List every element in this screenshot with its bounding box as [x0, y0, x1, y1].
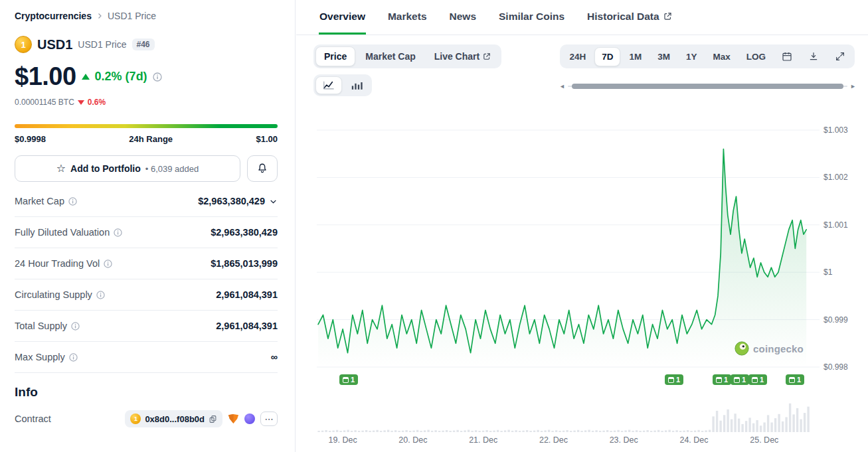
log-scale-button[interactable]: LOG: [739, 47, 773, 66]
svg-text:23. Dec: 23. Dec: [610, 435, 638, 445]
up-arrow-icon: [82, 74, 90, 80]
tab-historical-data[interactable]: Historical Data: [586, 0, 673, 35]
line-chart-type-button[interactable]: [315, 76, 342, 94]
stat-label: Fully Diluted Valuation: [15, 227, 110, 238]
breadcrumb: Cryptocurrencies USD1 Price: [15, 11, 278, 21]
stat-value: 2,961,084,391: [216, 321, 278, 331]
coin-page: Cryptocurrencies USD1 Price 1 USD1 USD1 …: [0, 0, 868, 452]
contract-address-pill[interactable]: 1 0x8d0...f08b0d: [125, 410, 222, 427]
more-options-button[interactable]: ⋯: [260, 412, 278, 426]
tab-news[interactable]: News: [449, 0, 477, 35]
bar-chart-icon: [351, 80, 363, 90]
coin-header: 1 USD1 USD1 Price #46: [15, 36, 278, 53]
rank-badge: #46: [132, 38, 155, 50]
svg-text:$1.002: $1.002: [824, 173, 848, 182]
event-badge[interactable]: 1: [731, 374, 749, 385]
info-icon[interactable]: [68, 197, 77, 206]
coingecko-watermark: coingecko: [735, 341, 804, 356]
down-arrow-icon: [78, 100, 84, 105]
range-1y-button[interactable]: 1Y: [679, 47, 705, 66]
portfolio-label: Add to Portfolio: [70, 163, 141, 174]
add-to-portfolio-button[interactable]: ☆ Add to Portfolio • 6,039 added: [15, 155, 240, 182]
range-max-button[interactable]: Max: [705, 47, 737, 66]
wallet-icon[interactable]: [244, 414, 255, 424]
scroll-left-arrow[interactable]: ◄: [559, 84, 565, 90]
chart-toolbar: Price Market Cap Live Chart 24H 7D 1M 3M…: [296, 44, 868, 68]
scrollbar-thumb[interactable]: [572, 84, 843, 89]
info-icon[interactable]: [96, 291, 105, 299]
event-badge[interactable]: 1: [748, 374, 767, 385]
tab-similar-coins[interactable]: Similar Coins: [498, 0, 565, 35]
chart-horizontal-scrollbar: ◄ ►: [559, 82, 856, 90]
tab-markets[interactable]: Markets: [387, 0, 428, 35]
download-icon: [808, 51, 819, 62]
bell-icon: [256, 163, 268, 175]
info-icon[interactable]: [153, 72, 162, 82]
stat-value: $2,963,380,429: [198, 196, 265, 206]
price-row: $1.00 0.2% (7d): [15, 62, 278, 91]
range-1m-button[interactable]: 1M: [622, 47, 649, 66]
svg-text:19. Dec: 19. Dec: [329, 435, 357, 445]
svg-text:21. Dec: 21. Dec: [469, 435, 497, 445]
contract-label: Contract: [15, 414, 51, 424]
info-icon[interactable]: [69, 353, 78, 362]
usd1-coin-icon: 1: [130, 414, 141, 424]
svg-text:22. Dec: 22. Dec: [539, 435, 568, 445]
live-chart-button[interactable]: Live Chart: [426, 46, 499, 66]
btc-change: 0.6%: [88, 98, 106, 107]
price-alert-button[interactable]: [247, 155, 278, 182]
expand-icon: [835, 51, 845, 62]
metric-price-button[interactable]: Price: [315, 46, 355, 66]
coin-subtitle: USD1 Price: [78, 39, 126, 50]
fullscreen-button[interactable]: [827, 46, 853, 66]
price-chart[interactable]: $1.003$1.002$1.001$1$0.999$0.99819. Dec2…: [296, 106, 868, 452]
range-7d-button[interactable]: 7D: [594, 47, 620, 66]
candlestick-chart-type-button[interactable]: [343, 76, 370, 94]
stat-row-market-cap: Market Cap $2,963,380,429: [15, 186, 278, 217]
chevron-down-icon[interactable]: [269, 197, 278, 206]
info-icon[interactable]: [104, 260, 112, 268]
copy-icon[interactable]: [209, 415, 217, 423]
range-3m-button[interactable]: 3M: [650, 47, 677, 66]
info-icon[interactable]: [114, 228, 122, 237]
star-icon: ☆: [56, 163, 66, 174]
svg-text:$1.001: $1.001: [824, 220, 848, 230]
external-link-icon: [663, 12, 672, 21]
metamask-icon[interactable]: [228, 414, 239, 424]
event-badge[interactable]: 1: [713, 374, 731, 385]
svg-text:$1.003: $1.003: [824, 125, 848, 135]
calendar-event-icon: [343, 377, 349, 383]
info-section-heading: Info: [15, 385, 278, 400]
contract-address: 0x8d0...f08b0d: [145, 414, 205, 424]
event-badge[interactable]: 1: [665, 374, 683, 385]
stat-value: ∞: [271, 352, 278, 362]
chart-subtoolbar: ◄ ►: [296, 73, 868, 100]
svg-text:25. Dec: 25. Dec: [750, 435, 778, 445]
metric-market-cap-button[interactable]: Market Cap: [357, 46, 424, 66]
usd1-coin-logo: 1: [15, 36, 32, 53]
svg-text:20. Dec: 20. Dec: [398, 435, 427, 445]
calendar-event-icon: [716, 377, 722, 383]
contract-row: Contract 1 0x8d0...f08b0d ⋯: [15, 410, 278, 427]
stat-row-fdv: Fully Diluted Valuation $2,963,380,429: [15, 217, 278, 248]
section-tabs: Overview Markets News Similar Coins Hist…: [296, 0, 868, 35]
scroll-right-arrow[interactable]: ►: [850, 84, 856, 90]
current-price: $1.00: [15, 62, 76, 91]
external-link-icon: [483, 52, 491, 60]
price-change-7d: 0.2% (7d): [95, 70, 147, 84]
svg-text:$0.999: $0.999: [824, 315, 848, 325]
stat-value: $1,865,013,999: [211, 258, 278, 269]
date-picker-button[interactable]: [774, 46, 800, 66]
chevron-right-icon: [96, 12, 104, 20]
info-icon[interactable]: [71, 322, 80, 331]
range-section: $0.9998 24h Range $1.00: [15, 124, 278, 144]
stat-label: Circulating Supply: [15, 289, 92, 300]
event-badge[interactable]: 1: [786, 374, 804, 385]
range-24h-button[interactable]: 24H: [562, 47, 593, 66]
svg-text:$0.998: $0.998: [824, 362, 848, 372]
download-button[interactable]: [801, 46, 826, 66]
breadcrumb-cryptocurrencies-link[interactable]: Cryptocurrencies: [15, 11, 92, 21]
tab-overview[interactable]: Overview: [319, 0, 366, 35]
chart-panel: Overview Markets News Similar Coins Hist…: [296, 0, 868, 452]
event-badge[interactable]: 1: [339, 374, 358, 385]
